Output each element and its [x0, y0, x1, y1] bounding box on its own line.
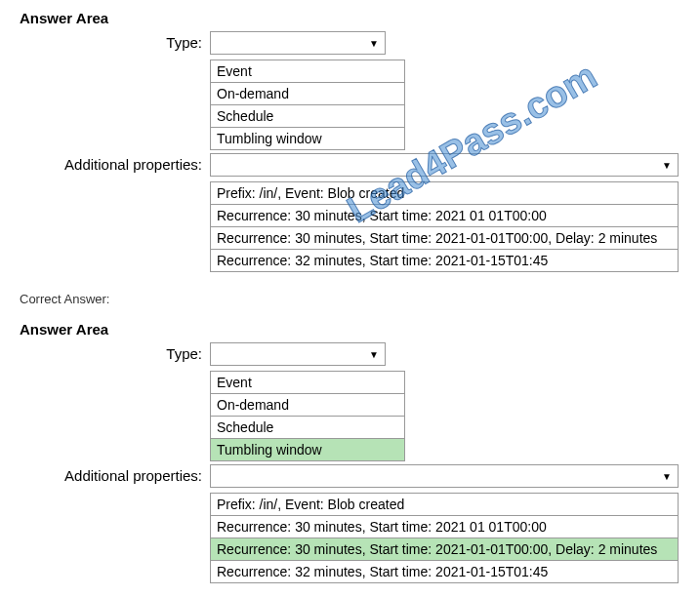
chevron-down-icon: ▼ — [369, 38, 379, 49]
additional-option-selected[interactable]: Recurrence: 30 minutes, Start time: 2021… — [211, 538, 678, 561]
additional-properties-row: Additional properties: ▼ Prefix: /in/, E… — [20, 464, 680, 583]
answer-area-header: Answer Area — [20, 321, 680, 338]
additional-option[interactable]: Prefix: /in/, Event: Blob created — [211, 182, 678, 205]
answer-area-header: Answer Area — [20, 10, 680, 26]
additional-properties-row: Additional properties: ▼ Prefix: /in/, E… — [20, 153, 680, 272]
answer-area-correct: Lead4Pass.com Answer Area Type: ▼ Event … — [20, 321, 680, 583]
additional-dropdown[interactable]: ▼ — [210, 153, 679, 177]
type-dropdown[interactable]: ▼ — [210, 342, 386, 366]
answer-area-question: Lead4Pass.com Answer Area Type: ▼ Event … — [20, 10, 680, 272]
additional-option[interactable]: Recurrence: 32 minutes, Start time: 2021… — [211, 561, 678, 582]
type-option[interactable]: On-demand — [211, 394, 404, 417]
additional-option[interactable]: Recurrence: 30 minutes, Start time: 2021… — [211, 227, 678, 250]
additional-properties-label: Additional properties: — [20, 464, 210, 583]
additional-properties-label: Additional properties: — [20, 153, 210, 272]
additional-content: ▼ Prefix: /in/, Event: Blob created Recu… — [210, 464, 679, 583]
type-options-list: Event On-demand Schedule Tumbling window — [210, 371, 405, 461]
additional-options-list: Prefix: /in/, Event: Blob created Recurr… — [210, 181, 679, 272]
type-row: Type: ▼ Event On-demand Schedule Tumblin… — [20, 31, 680, 150]
correct-answer-label: Correct Answer: — [20, 292, 680, 306]
type-label: Type: — [20, 31, 210, 150]
additional-option[interactable]: Recurrence: 30 minutes, Start time: 2021… — [211, 516, 678, 538]
type-option[interactable]: Event — [211, 60, 404, 83]
type-dropdown[interactable]: ▼ — [210, 31, 386, 55]
additional-option[interactable]: Recurrence: 30 minutes, Start time: 2021… — [211, 205, 678, 227]
additional-content: ▼ Prefix: /in/, Event: Blob created Recu… — [210, 153, 679, 272]
type-label: Type: — [20, 342, 210, 461]
additional-options-list: Prefix: /in/, Event: Blob created Recurr… — [210, 493, 679, 583]
additional-option[interactable]: Prefix: /in/, Event: Blob created — [211, 494, 678, 516]
type-option[interactable]: Event — [211, 372, 404, 394]
type-option[interactable]: Schedule — [211, 105, 404, 128]
type-options-list: Event On-demand Schedule Tumbling window — [210, 60, 405, 150]
type-content: ▼ Event On-demand Schedule Tumbling wind… — [210, 31, 405, 150]
chevron-down-icon: ▼ — [662, 160, 672, 171]
type-option-selected[interactable]: Tumbling window — [211, 439, 404, 460]
type-row: Type: ▼ Event On-demand Schedule Tumblin… — [20, 342, 680, 461]
type-option[interactable]: On-demand — [211, 83, 404, 105]
chevron-down-icon: ▼ — [369, 349, 379, 360]
additional-dropdown[interactable]: ▼ — [210, 464, 679, 488]
chevron-down-icon: ▼ — [662, 471, 672, 482]
type-option[interactable]: Tumbling window — [211, 128, 404, 149]
type-option[interactable]: Schedule — [211, 417, 404, 439]
additional-option[interactable]: Recurrence: 32 minutes, Start time: 2021… — [211, 250, 678, 271]
type-content: ▼ Event On-demand Schedule Tumbling wind… — [210, 342, 405, 461]
